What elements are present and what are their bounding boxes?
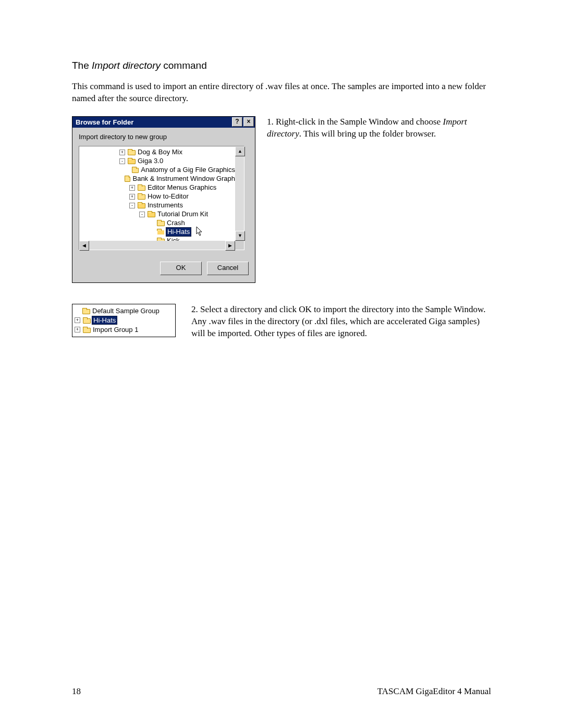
tree-node[interactable]: +How to-Editor	[80, 192, 235, 201]
sample-group-node[interactable]: +Hi-Hats	[75, 316, 173, 325]
scroll-right-button[interactable]: ▶	[225, 241, 235, 251]
page-footer: 18 TASCAM GigaEditor 4 Manual	[72, 686, 491, 697]
folder-icon	[82, 308, 90, 314]
help-button[interactable]: ?	[232, 117, 242, 127]
tree-node-label: Instruments	[148, 201, 183, 209]
tree-node[interactable]: +Editor Menus Graphics	[80, 183, 235, 192]
folder-icon	[125, 176, 131, 182]
tree-node-label: Crash	[167, 219, 185, 227]
folder-icon	[128, 149, 136, 155]
tree-node[interactable]: Anatomy of a Gig File Graphics	[80, 166, 235, 175]
folder-icon	[138, 202, 145, 208]
sample-group-node[interactable]: Default Sample Group	[75, 306, 173, 316]
tree-node-label: Giga 3.0	[138, 157, 163, 165]
tree-node[interactable]: Hi-Hats	[80, 228, 235, 237]
tree-node[interactable]: -Instruments	[80, 201, 235, 210]
tree-node-label: Kick	[167, 237, 180, 241]
folder-icon	[157, 229, 165, 235]
expand-icon[interactable]: +	[129, 185, 135, 191]
heading-italic: Import directory	[92, 60, 161, 71]
tree-node[interactable]: -Tutorial Drum Kit	[80, 210, 235, 219]
page-number: 18	[72, 686, 81, 697]
tree-node[interactable]: Crash	[80, 219, 235, 228]
folder-icon	[157, 220, 165, 226]
tree-node[interactable]: -Giga 3.0	[80, 157, 235, 166]
folder-icon	[138, 193, 145, 200]
tree-node[interactable]: Kick	[80, 237, 235, 241]
heading-post: command	[161, 60, 207, 71]
horizontal-scrollbar[interactable]: ◀ ▶	[79, 241, 235, 250]
tree-node-label: Bank & Instrument Window Graph	[132, 175, 235, 183]
scroll-up-button[interactable]: ▲	[235, 146, 245, 156]
folder-icon	[132, 167, 139, 173]
heading-pre: The	[72, 60, 92, 71]
step-1-caption: 1. Right-click in the Sample Window and …	[267, 116, 491, 140]
vertical-scrollbar[interactable]: ▲ ▼	[235, 146, 244, 241]
folder-icon	[128, 158, 136, 164]
dialog-title: Browse for Folder	[76, 118, 231, 126]
dialog-titlebar[interactable]: Browse for Folder ? ×	[72, 117, 255, 128]
sample-group-tree: Default Sample Group+Hi-Hats+Import Grou…	[72, 304, 176, 337]
ok-button[interactable]: OK	[160, 262, 202, 275]
tree-node-label: Dog & Boy Mix	[138, 148, 182, 156]
scroll-down-button[interactable]: ▼	[235, 231, 245, 241]
expand-icon[interactable]: +	[75, 327, 80, 332]
folder-tree: +Dog & Boy Mix-Giga 3.0Anatomy of a Gig …	[79, 146, 244, 250]
cancel-button[interactable]: Cancel	[207, 262, 249, 275]
product-name: TASCAM GigaEditor 4 Manual	[377, 686, 491, 697]
expand-icon[interactable]: +	[119, 150, 125, 155]
folder-icon	[83, 317, 91, 324]
close-button[interactable]: ×	[243, 117, 254, 127]
sample-group-label: Import Group 1	[93, 326, 138, 334]
tree-node[interactable]: Bank & Instrument Window Graph	[80, 175, 235, 183]
tree-node-label: Editor Menus Graphics	[148, 183, 216, 192]
collapse-icon[interactable]: -	[129, 203, 135, 208]
caption1-post: . This will bring up the folder browser.	[299, 129, 436, 139]
folder-icon	[83, 327, 91, 333]
folder-icon	[138, 184, 145, 191]
caption1-pre: 1. Right-click in the Sample Window and …	[267, 117, 443, 127]
scroll-left-button[interactable]: ◀	[79, 241, 89, 251]
browse-for-folder-dialog: Browse for Folder ? × Import directory t…	[72, 116, 255, 283]
tree-node-label: How to-Editor	[148, 192, 189, 201]
sample-group-label: Hi-Hats	[92, 316, 117, 325]
dialog-instruction: Import directory to new group	[79, 133, 249, 141]
sample-group-node[interactable]: +Import Group 1	[75, 325, 173, 335]
collapse-icon[interactable]: -	[139, 212, 145, 217]
step-2-caption: 2. Select a directory and click OK to im…	[191, 304, 491, 340]
intro-paragraph: This command is used to import an entire…	[72, 81, 491, 105]
tree-node-label: Anatomy of a Gig File Graphics	[141, 166, 235, 174]
expand-icon[interactable]: +	[75, 317, 80, 323]
folder-icon	[148, 211, 155, 217]
sample-group-label: Default Sample Group	[92, 307, 160, 315]
collapse-icon[interactable]: -	[119, 158, 125, 164]
tree-node-label: Hi-Hats	[166, 227, 191, 237]
expand-icon[interactable]: +	[129, 194, 135, 200]
tree-node-label: Tutorial Drum Kit	[157, 210, 208, 218]
section-heading: The Import directory command	[72, 60, 491, 71]
tree-node[interactable]: +Dog & Boy Mix	[80, 148, 235, 157]
